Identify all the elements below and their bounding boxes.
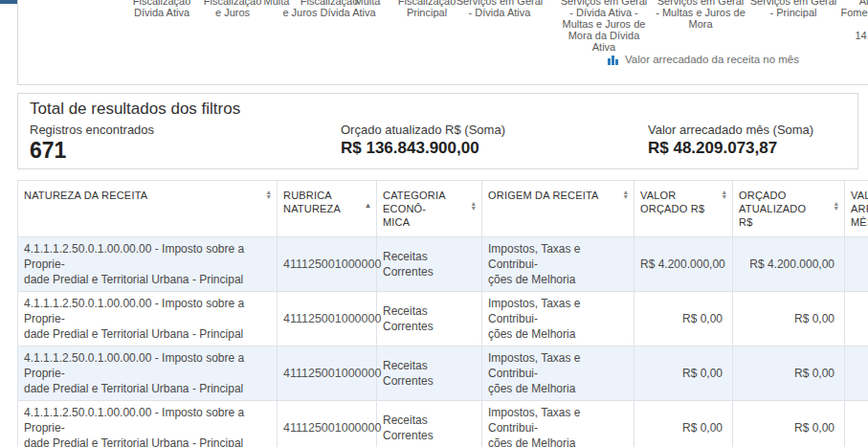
cell-orcado-atualizado: R$ 0,00 [733, 401, 845, 447]
cell-orcado-atualizado: R$ 0,00 [733, 346, 845, 401]
cell-categoria: Receitas Correntes [377, 401, 482, 447]
cell-rubrica: 411125001000000 [278, 292, 377, 346]
legend-label: Valor arrecadado da receita no mês [625, 54, 799, 65]
cell-natureza: 4.1.1.1.2.50.0.1.00.00.00 - Imposto sobr… [18, 401, 278, 447]
table-row: 4.1.1.1.2.50.0.1.00.00.00 - Imposto sobr… [18, 292, 868, 346]
results-page: FiscalizaçãoDívida AtivaFiscalizaçãoe Ju… [0, 0, 868, 447]
column-header-7[interactable]: VALOR ARRECADADOMÊS R$ [845, 181, 868, 237]
records-found-value: 671 [30, 138, 154, 164]
table-row: 4.1.1.1.2.50.0.1.00.00.00 - Imposto sobr… [18, 401, 868, 447]
cell-natureza: 4.1.1.1.2.50.0.1.00.00.00 - Imposto sobr… [18, 292, 278, 346]
cell-valor-orcado: R$ 0,00 [634, 346, 733, 401]
cell-origem: Impostos, Taxas e Contribui-ções de Melh… [482, 401, 634, 447]
orcado-atualizado-sum-value: R$ 136.843.900,00 [341, 139, 505, 158]
cell-valor-arrecadado-mes [845, 401, 868, 447]
stat-registros: Registros encontrados 671 [30, 123, 154, 164]
cell-natureza: 4.1.1.1.2.50.0.1.00.00.00 - Imposto sobr… [18, 237, 278, 292]
summary-card: Total de resultados dos filtros Registro… [17, 93, 858, 169]
column-header-label: NATUREZA DA RECEITA [24, 189, 263, 202]
x-axis-label: Aldir BlancFomento à Cultura- Lei nº14.3… [831, 0, 868, 41]
column-header-2[interactable]: RUBRICA NATUREZA▴ [278, 181, 377, 237]
sort-asc-icon[interactable]: ▴ [366, 201, 370, 210]
x-axis-label: Serviços em Geral- Dívida Ativa -Multas … [550, 0, 657, 53]
x-axis-label: Serviços em Geral- Dívida Ativa [446, 0, 553, 18]
cell-rubrica: 411125001000000 [278, 237, 377, 292]
chart-legend[interactable]: Valor arrecadado da receita no mês [608, 54, 799, 65]
valor-arrecadado-sum-value: R$ 48.209.073,87 [648, 139, 813, 158]
cell-rubrica: 411125001000000 [278, 401, 377, 447]
chart-card: FiscalizaçãoDívida AtivaFiscalizaçãoe Ju… [17, 0, 868, 85]
sort-icon[interactable]: ▴▾ [267, 190, 271, 199]
cell-valor-orcado: R$ 4.200.000,00 [634, 237, 733, 292]
table-row: 4.1.1.1.2.50.0.1.00.00.00 - Imposto sobr… [18, 237, 868, 292]
cell-rubrica: 411125001000000 [278, 346, 377, 401]
stat-valor-arrecadado: Valor arrecadado mês (Soma) R$ 48.209.07… [648, 123, 813, 158]
sort-icon[interactable]: ▴▾ [624, 190, 628, 199]
stat-label: Registros encontrados [30, 123, 154, 137]
cell-orcado-atualizado: R$ 4.200.000,00 [733, 237, 845, 292]
column-header-6[interactable]: ORÇADO ATUALIZADOR$▴▾ [733, 181, 845, 237]
cell-origem: Impostos, Taxas e Contribui-ções de Melh… [482, 237, 634, 292]
cell-valor-arrecadado-mes [845, 292, 868, 346]
cell-valor-arrecadado-mes [845, 237, 868, 292]
column-header-4[interactable]: ORIGEM DA RECEITA▴▾ [482, 181, 634, 237]
sort-icon[interactable]: ▴▾ [723, 190, 726, 199]
cell-categoria: Receitas Correntes [377, 292, 482, 346]
cell-natureza: 4.1.1.1.2.50.0.1.00.00.00 - Imposto sobr… [18, 346, 278, 401]
column-header-label: ORÇADO ATUALIZADOR$ [739, 189, 831, 229]
column-header-label: RUBRICA NATUREZA [283, 189, 363, 215]
x-axis-label: Serviços em Geral- Multas e Juros deMora [647, 0, 754, 30]
cell-categoria: Receitas Correntes [377, 346, 482, 401]
cell-origem: Impostos, Taxas e Contribui-ções de Melh… [482, 346, 634, 401]
table-row: 4.1.1.1.2.50.0.1.00.00.00 - Imposto sobr… [18, 346, 868, 401]
x-axis-labels: FiscalizaçãoDívida AtivaFiscalizaçãoe Ju… [18, 0, 868, 84]
column-header-1[interactable]: NATUREZA DA RECEITA▴▾ [18, 181, 278, 237]
stat-label: Orçado atualizado R$ (Soma) [341, 123, 505, 137]
column-header-5[interactable]: VALOR ORÇADO R$▴▾ [634, 181, 733, 237]
cell-valor-orcado: R$ 0,00 [634, 401, 733, 447]
stat-orcado-atualizado: Orçado atualizado R$ (Soma) R$ 136.843.9… [341, 123, 505, 158]
summary-title: Total de resultados dos filtros [30, 100, 240, 119]
cell-origem: Impostos, Taxas e Contribui-ções de Melh… [482, 292, 634, 346]
cell-categoria: Receitas Correntes [377, 237, 482, 292]
sort-icon[interactable]: ▴▾ [472, 201, 476, 211]
column-header-3[interactable]: CATEGORIA ECONÔ-MICA▴▾ [377, 181, 482, 237]
column-header-label: ORIGEM DA RECEITA [488, 189, 620, 202]
column-header-label: VALOR ARRECADADOMÊS R$ [851, 189, 868, 229]
cell-orcado-atualizado: R$ 0,00 [733, 292, 845, 346]
table-body: 4.1.1.1.2.50.0.1.00.00.00 - Imposto sobr… [18, 237, 868, 447]
cell-valor-arrecadado-mes [845, 346, 868, 401]
column-header-label: CATEGORIA ECONÔ-MICA [383, 189, 468, 229]
results-table: NATUREZA DA RECEITA▴▾RUBRICA NATUREZA▴CA… [17, 180, 868, 447]
sort-icon[interactable]: ▴▾ [835, 201, 838, 211]
cell-valor-orcado: R$ 0,00 [634, 292, 733, 346]
stat-label: Valor arrecadado mês (Soma) [648, 123, 813, 137]
column-header-label: VALOR ORÇADO R$ [640, 189, 719, 215]
table-header-row: NATUREZA DA RECEITA▴▾RUBRICA NATUREZA▴CA… [18, 181, 868, 237]
bar-chart-icon [608, 54, 619, 65]
